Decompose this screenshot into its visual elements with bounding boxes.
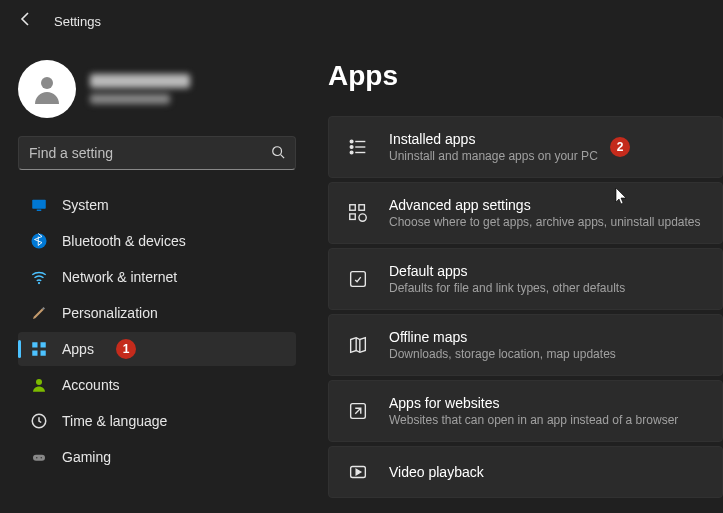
- svg-point-25: [359, 214, 366, 221]
- paintbrush-icon: [30, 304, 48, 322]
- card-subtitle: Defaults for file and link types, other …: [389, 281, 625, 295]
- sidebar-item-apps[interactable]: Apps 1: [18, 332, 296, 366]
- sidebar-item-accounts[interactable]: Accounts: [18, 368, 296, 402]
- svg-rect-9: [32, 351, 37, 356]
- svg-point-1: [273, 146, 282, 155]
- card-apps-for-websites[interactable]: Apps for websites Websites that can open…: [328, 380, 723, 442]
- apps-icon: [30, 340, 48, 358]
- link-icon: [347, 400, 369, 422]
- sidebar-item-label: Bluetooth & devices: [62, 233, 186, 249]
- svg-rect-4: [37, 210, 42, 212]
- annotation-badge: 1: [116, 339, 136, 359]
- sidebar-item-label: Gaming: [62, 449, 111, 465]
- card-subtitle: Choose where to get apps, archive apps, …: [389, 215, 701, 229]
- card-subtitle: Websites that can open in an app instead…: [389, 413, 678, 427]
- clock-icon: [30, 412, 48, 430]
- annotation-badge: 2: [610, 137, 630, 157]
- profile-info: [90, 74, 190, 104]
- page-title: Apps: [328, 60, 723, 92]
- default-apps-icon: [347, 268, 369, 290]
- svg-point-16: [350, 140, 353, 143]
- sidebar-item-personalization[interactable]: Personalization: [18, 296, 296, 330]
- card-advanced-app-settings[interactable]: Advanced app settings Choose where to ge…: [328, 182, 723, 244]
- svg-point-14: [36, 457, 38, 459]
- search-input[interactable]: [29, 145, 271, 161]
- card-subtitle: Downloads, storage location, map updates: [389, 347, 616, 361]
- sidebar-item-bluetooth[interactable]: Bluetooth & devices: [18, 224, 296, 258]
- sidebar-item-label: Network & internet: [62, 269, 177, 285]
- list-icon: [347, 136, 369, 158]
- sidebar-item-label: System: [62, 197, 109, 213]
- card-title: Installed apps: [389, 131, 598, 147]
- card-subtitle: Uninstall and manage apps on your PC: [389, 149, 598, 163]
- sidebar-item-system[interactable]: System: [18, 188, 296, 222]
- search-box[interactable]: [18, 136, 296, 170]
- avatar: [18, 60, 76, 118]
- sidebar-item-label: Personalization: [62, 305, 158, 321]
- gamepad-icon: [30, 448, 48, 466]
- svg-rect-23: [359, 205, 365, 211]
- apps-gear-icon: [347, 202, 369, 224]
- sidebar-item-label: Accounts: [62, 377, 120, 393]
- bluetooth-icon: [30, 232, 48, 250]
- svg-rect-24: [350, 214, 356, 220]
- card-title: Advanced app settings: [389, 197, 701, 213]
- video-icon: [347, 461, 369, 483]
- svg-point-15: [41, 457, 43, 459]
- back-button[interactable]: [18, 11, 34, 31]
- sidebar-item-gaming[interactable]: Gaming: [18, 440, 296, 474]
- card-default-apps[interactable]: Default apps Defaults for file and link …: [328, 248, 723, 310]
- sidebar-item-time-language[interactable]: Time & language: [18, 404, 296, 438]
- card-title: Video playback: [389, 464, 484, 480]
- svg-rect-22: [350, 205, 356, 211]
- monitor-icon: [30, 196, 48, 214]
- svg-line-2: [281, 154, 285, 158]
- sidebar-item-label: Apps: [62, 341, 94, 357]
- svg-point-18: [350, 146, 353, 149]
- card-title: Offline maps: [389, 329, 616, 345]
- svg-rect-10: [41, 351, 46, 356]
- svg-rect-3: [32, 200, 46, 209]
- card-title: Default apps: [389, 263, 625, 279]
- sidebar-item-label: Time & language: [62, 413, 167, 429]
- svg-point-11: [36, 379, 42, 385]
- card-offline-maps[interactable]: Offline maps Downloads, storage location…: [328, 314, 723, 376]
- svg-point-6: [38, 282, 40, 284]
- card-title: Apps for websites: [389, 395, 678, 411]
- svg-rect-7: [32, 342, 37, 347]
- svg-point-0: [41, 77, 53, 89]
- svg-rect-8: [41, 342, 46, 347]
- profile-block[interactable]: [18, 60, 296, 118]
- svg-rect-26: [351, 272, 366, 287]
- card-video-playback[interactable]: Video playback: [328, 446, 723, 498]
- search-icon[interactable]: [271, 145, 285, 162]
- card-installed-apps[interactable]: Installed apps Uninstall and manage apps…: [328, 116, 723, 178]
- sidebar-item-network[interactable]: Network & internet: [18, 260, 296, 294]
- wifi-icon: [30, 268, 48, 286]
- svg-point-20: [350, 151, 353, 154]
- window-title: Settings: [54, 14, 101, 29]
- person-icon: [30, 376, 48, 394]
- svg-rect-13: [33, 455, 45, 461]
- map-icon: [347, 334, 369, 356]
